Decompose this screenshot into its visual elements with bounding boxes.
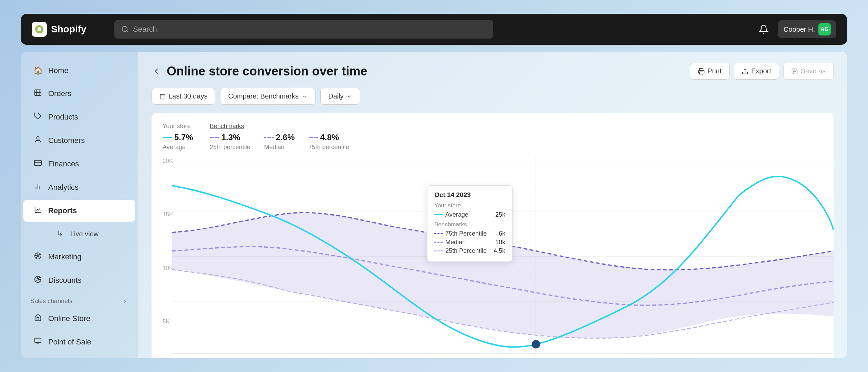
your-store-label: Your store <box>163 123 193 130</box>
sidebar-item-discounts[interactable]: Discounts <box>23 269 135 291</box>
stat-average-label: Average <box>163 144 193 151</box>
sidebar-item-online-store[interactable]: Online Store <box>23 308 135 330</box>
analytics-icon <box>33 183 43 192</box>
logo-area: Shopify <box>32 22 107 37</box>
notification-bell[interactable] <box>756 22 771 37</box>
stat-25th-value: 1.3% <box>210 133 250 142</box>
filter-bar: Last 30 days Compare: Benchmarks Daily <box>152 88 834 105</box>
print-button[interactable]: Print <box>690 63 730 80</box>
stat-median: 2.6% Median <box>264 133 295 151</box>
tooltip-p25-line <box>434 250 443 251</box>
point-of-sale-icon <box>33 337 43 347</box>
p75-line-indicator <box>309 137 318 138</box>
sidebar-label-live-view: Live view <box>70 230 99 238</box>
median-line-indicator <box>264 137 274 138</box>
sidebar-label-customers: Customers <box>48 136 85 145</box>
back-button[interactable] <box>152 66 161 76</box>
y-label-15k: 15K <box>163 211 173 218</box>
stats-chart-area: Your store 5.7% Average Benchmarks <box>152 113 834 358</box>
date-range-button[interactable]: Last 30 days <box>152 88 215 105</box>
chart-tooltip: Oct 14 2023 Your store Average 25k Bench… <box>427 185 513 262</box>
granularity-button[interactable]: Daily <box>320 88 360 105</box>
sidebar-item-marketing[interactable]: Marketing <box>23 246 135 268</box>
tooltip-date: Oct 14 2023 <box>434 191 505 199</box>
sidebar-item-finances[interactable]: Finances <box>23 153 135 175</box>
sidebar-label-point-of-sale: Point of Sale <box>48 338 91 347</box>
user-menu-button[interactable]: Cooper H. AG <box>778 20 836 38</box>
content-header: Online store conversion over time Print … <box>152 63 834 80</box>
tooltip-p75-line <box>434 233 443 234</box>
sidebar-label-orders: Orders <box>48 89 71 98</box>
sidebar-item-point-of-sale[interactable]: Point of Sale <box>23 331 135 353</box>
tooltip-median-label: Median <box>434 239 466 246</box>
svg-point-0 <box>122 27 127 32</box>
sidebar-item-live-view[interactable]: ↳ Live view <box>45 223 135 245</box>
sidebar-label-analytics: Analytics <box>48 183 79 192</box>
tooltip-average-label-row: Average <box>434 211 468 218</box>
tooltip-benchmarks-label: Benchmarks <box>434 221 505 228</box>
tooltip-p25-label: 25th Percentile <box>434 247 487 255</box>
stat-75th: 4.8% 75th percentile <box>309 133 349 151</box>
save-as-button[interactable]: Save as <box>783 63 834 80</box>
data-point-oct14 <box>532 341 540 348</box>
p25-line-indicator <box>210 137 219 138</box>
online-store-icon <box>33 314 43 323</box>
home-icon: 🏠 <box>33 66 43 75</box>
topnav: Shopify Search Cooper H. AG <box>21 14 847 45</box>
logo-text: Shopify <box>51 24 86 35</box>
granularity-label: Daily <box>328 92 343 100</box>
sidebar-label-products: Products <box>48 113 78 122</box>
chart-container: 20K 15K 10K 5K 0 <box>152 158 834 358</box>
orders-icon <box>33 89 43 99</box>
compare-button[interactable]: Compare: Benchmarks <box>220 88 316 105</box>
svg-point-3 <box>37 137 39 139</box>
stat-average: 5.7% Average <box>163 133 193 151</box>
stat-median-label: Median <box>264 144 295 151</box>
content-area: Online store conversion over time Print … <box>138 52 847 358</box>
svg-rect-11 <box>35 338 41 343</box>
nav-right: Cooper H. AG <box>756 20 836 38</box>
finances-icon <box>33 159 43 169</box>
tooltip-your-store-label: Your store <box>434 202 505 209</box>
stats-header: Your store 5.7% Average Benchmarks <box>163 123 823 151</box>
sidebar-item-reports[interactable]: Reports <box>23 200 135 222</box>
average-line-indicator <box>163 137 172 138</box>
stat-75th-value: 4.8% <box>309 133 349 142</box>
sidebar-item-shop[interactable]: Shop <box>23 354 135 358</box>
reports-icon <box>33 206 43 216</box>
export-button[interactable]: Export <box>734 63 779 80</box>
search-bar[interactable]: Search <box>114 20 493 39</box>
page-title: Online store conversion over time <box>167 64 690 79</box>
main-layout: 🏠 Home Orders Products Customers Fina <box>21 52 847 358</box>
svg-rect-15 <box>700 72 703 74</box>
sidebar-label-finances: Finances <box>48 159 79 168</box>
stat-25th: 1.3% 25th percentile <box>210 133 250 151</box>
svg-rect-4 <box>34 161 41 166</box>
tooltip-p25-value: 4.5k <box>494 247 505 255</box>
sidebar-item-products[interactable]: Products <box>23 106 135 128</box>
sidebar-item-analytics[interactable]: Analytics <box>23 176 135 198</box>
discounts-icon <box>33 276 43 285</box>
sales-channels-label: Sales channels <box>21 293 138 306</box>
benchmarks-label: Benchmarks <box>210 123 349 130</box>
y-label-5k: 5K <box>163 318 170 325</box>
user-avatar: AG <box>818 23 831 35</box>
export-label: Export <box>751 67 771 75</box>
sidebar-sub-reports: ↳ Live view <box>21 223 138 245</box>
y-label-20k: 20K <box>163 158 173 165</box>
tooltip-cyan-line <box>434 214 443 215</box>
search-placeholder: Search <box>133 25 157 34</box>
sidebar-item-customers[interactable]: Customers <box>23 130 135 152</box>
sidebar-item-home[interactable]: 🏠 Home <box>23 60 135 81</box>
tooltip-median-value: 10k <box>495 239 505 246</box>
compare-label: Compare: Benchmarks <box>228 92 299 100</box>
benchmark-stats: 1.3% 25th percentile 2.6% Median <box>210 133 349 151</box>
header-actions: Print Export Save as <box>690 63 834 80</box>
sidebar-item-orders[interactable]: Orders <box>23 83 135 105</box>
tooltip-p25-row: 25th Percentile 4.5k <box>434 247 505 255</box>
save-as-label: Save as <box>801 67 826 75</box>
stat-75th-label: 75th percentile <box>309 144 349 151</box>
your-store-stats: 5.7% Average <box>163 133 193 151</box>
sidebar-label-reports: Reports <box>48 206 77 215</box>
tooltip-median-line <box>434 242 443 243</box>
